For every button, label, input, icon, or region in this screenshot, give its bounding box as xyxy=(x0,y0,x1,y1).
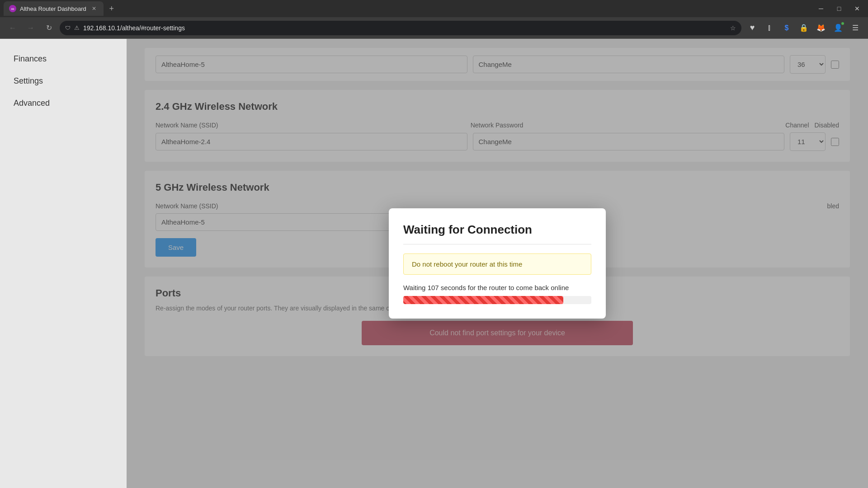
waiting-text: Waiting 107 seconds for the router to co… xyxy=(403,284,591,291)
browser-frame: ∞ Althea Router Dashboard ✕ + ─ □ ✕ ← → … xyxy=(0,0,868,488)
shield-icon[interactable]: 🔒 xyxy=(797,21,811,35)
warning-icon: ⚠ xyxy=(74,24,80,31)
warning-box: Do not reboot your router at this time xyxy=(403,253,591,275)
close-button[interactable]: ✕ xyxy=(850,1,864,16)
minimize-button[interactable]: ─ xyxy=(814,1,828,16)
forward-button[interactable]: → xyxy=(24,21,38,35)
address-bar[interactable]: 🛡 ⚠ 192.168.10.1/althea/#router-settings… xyxy=(60,21,741,35)
browser-titlebar: ∞ Althea Router Dashboard ✕ + ─ □ ✕ xyxy=(0,0,868,17)
waiting-modal: Waiting for Connection Do not reboot you… xyxy=(389,208,606,319)
bookmark-icon[interactable]: ☆ xyxy=(730,24,736,32)
modal-overlay: Waiting for Connection Do not reboot you… xyxy=(127,39,868,488)
sidebar-item-finances[interactable]: Finances xyxy=(0,48,127,70)
menu-icon[interactable]: ☰ xyxy=(848,21,863,35)
back-button[interactable]: ← xyxy=(5,21,20,35)
warning-text: Do not reboot your router at this time xyxy=(412,260,522,268)
new-tab-button[interactable]: + xyxy=(105,2,118,15)
bookmarks-icon[interactable]: ⫿ xyxy=(762,21,777,35)
browser-toolbar: ← → ↻ 🛡 ⚠ 192.168.10.1/althea/#router-se… xyxy=(0,17,868,39)
tab-title: Althea Router Dashboard xyxy=(20,5,86,12)
modal-title: Waiting for Connection xyxy=(403,223,591,244)
sidebar-item-settings[interactable]: Settings xyxy=(0,70,127,92)
browser-content: Finances Settings Advanced 36 40 44 xyxy=(0,39,868,488)
tab-close-button[interactable]: ✕ xyxy=(90,5,98,13)
maximize-button[interactable]: □ xyxy=(832,1,846,16)
sidebar-item-advanced[interactable]: Advanced xyxy=(0,92,127,114)
tab-favicon-icon: ∞ xyxy=(9,5,16,12)
security-icon: 🛡 xyxy=(65,25,71,31)
sidebar: Finances Settings Advanced xyxy=(0,39,127,488)
profile-icon[interactable]: 👤 xyxy=(831,21,845,35)
page-content: 36 40 44 48 2.4 GHz Wireless Network Net… xyxy=(127,39,868,488)
pocket-icon[interactable]: ♥ xyxy=(745,21,760,35)
url-text: 192.168.10.1/althea/#router-settings xyxy=(83,24,726,32)
progress-bar-container xyxy=(403,296,591,304)
extension-icon[interactable]: 🦊 xyxy=(814,21,828,35)
browser-tab[interactable]: ∞ Althea Router Dashboard ✕ xyxy=(4,1,104,16)
reload-button[interactable]: ↻ xyxy=(42,21,56,35)
toolbar-right: ♥ ⫿ $ 🔒 🦊 👤 ☰ xyxy=(745,21,863,35)
progress-bar-fill xyxy=(403,296,563,304)
account-icon[interactable]: $ xyxy=(779,21,794,35)
